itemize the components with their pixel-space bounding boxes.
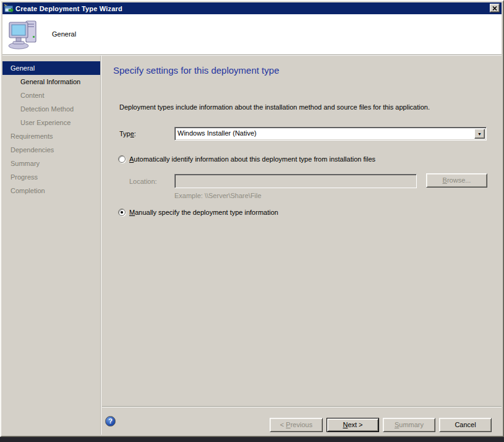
page-title: Specify settings for this deployment typ… xyxy=(113,65,279,76)
page-description: Deployment types include information abo… xyxy=(119,103,430,111)
next-button[interactable]: Next > xyxy=(327,418,379,432)
location-input xyxy=(174,174,417,188)
dropdown-arrow-button[interactable]: ▼ xyxy=(474,129,485,139)
sidebar-item-summary[interactable]: Summary xyxy=(2,157,101,170)
auto-identify-radio[interactable] xyxy=(118,155,126,163)
wizard-window: Create Deployment Type Wizard xyxy=(0,0,504,437)
wizard-steps-sidebar: General General Information Content Dete… xyxy=(2,61,101,197)
sidebar-divider-highlight xyxy=(101,56,101,435)
sidebar-item-general[interactable]: General xyxy=(2,61,101,75)
close-icon xyxy=(492,6,497,11)
sidebar-item-content[interactable]: Content xyxy=(2,89,101,102)
type-dropdown-value: Windows Installer (Native) xyxy=(177,129,257,137)
desktop-background-strip xyxy=(0,437,504,442)
banner-title: General xyxy=(52,30,76,38)
type-label: Type: xyxy=(119,130,136,137)
sidebar-item-user-experience[interactable]: User Experience xyxy=(2,116,101,129)
location-example-text: Example: \\Server\Share\File xyxy=(174,192,262,199)
help-icon[interactable]: ? xyxy=(105,416,116,427)
sidebar-item-requirements[interactable]: Requirements xyxy=(2,129,101,143)
footer-separator-highlight xyxy=(102,407,502,407)
window-title: Create Deployment Type Wizard xyxy=(15,5,122,12)
sidebar-item-detection-method[interactable]: Detection Method xyxy=(2,102,101,116)
cancel-button[interactable]: Cancel xyxy=(439,418,492,432)
computer-icon xyxy=(7,17,41,51)
wizard-app-icon xyxy=(4,4,14,14)
type-dropdown[interactable]: Windows Installer (Native) ▼ xyxy=(174,127,487,141)
browse-button: Browse... xyxy=(426,173,487,188)
title-bar[interactable]: Create Deployment Type Wizard xyxy=(2,2,502,14)
manual-specify-radio-label[interactable]: Manually specify the deployment type inf… xyxy=(129,209,278,216)
summary-button: Summary xyxy=(383,418,435,432)
manual-specify-radio[interactable] xyxy=(118,209,126,216)
previous-button: < Previous xyxy=(270,418,323,432)
sidebar-item-dependencies[interactable]: Dependencies xyxy=(2,143,101,157)
close-button[interactable] xyxy=(490,4,500,12)
sidebar-item-general-information[interactable]: General Information xyxy=(2,75,101,89)
page-banner: General xyxy=(2,14,502,54)
screen: Create Deployment Type Wizard xyxy=(0,0,504,442)
sidebar-item-completion[interactable]: Completion xyxy=(2,184,101,197)
sidebar-item-progress[interactable]: Progress xyxy=(2,170,101,184)
chevron-down-icon: ▼ xyxy=(477,132,482,136)
location-label: Location: xyxy=(129,178,157,185)
auto-identify-radio-label[interactable]: Automatically identify information about… xyxy=(129,155,375,163)
banner-separator-highlight xyxy=(2,55,502,56)
